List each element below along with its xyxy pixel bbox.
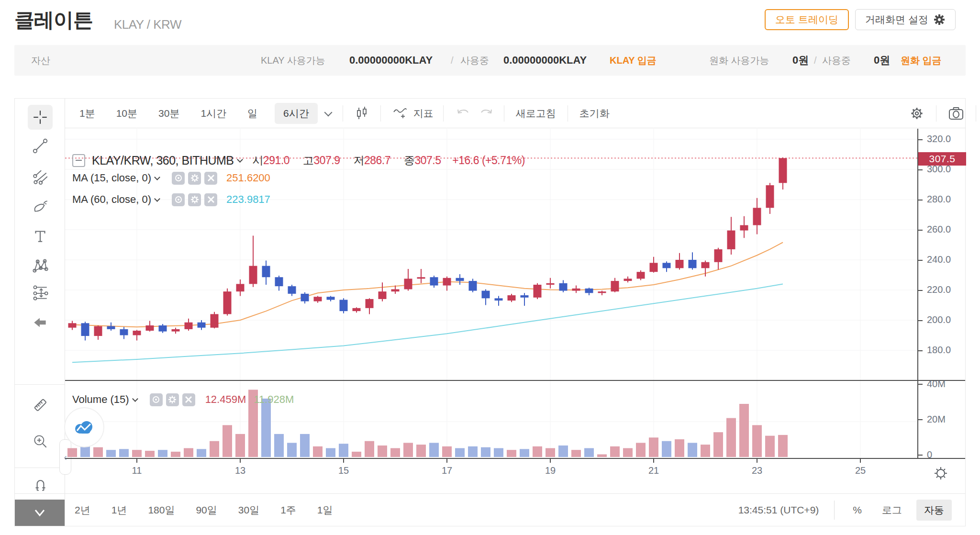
pair-label: KLAY / KRW bbox=[114, 17, 181, 32]
slash: / bbox=[451, 45, 454, 76]
auto-trading-button[interactable]: 오토 트레이딩 bbox=[765, 9, 849, 30]
auto-scale-button[interactable]: 자동 bbox=[916, 500, 952, 521]
range-button[interactable]: 1년 bbox=[111, 503, 127, 517]
asset-bar: 자산 KLAY 사용가능 0.00000000KLAY / 사용중 0.0000… bbox=[14, 45, 966, 76]
percent-scale-button[interactable]: % bbox=[853, 504, 862, 516]
time-axis-label: 23 bbox=[746, 465, 768, 476]
auto-trading-label: 오토 트레이딩 bbox=[775, 13, 838, 26]
gear-icon bbox=[933, 13, 946, 26]
range-button[interactable]: 180일 bbox=[148, 503, 175, 517]
time-axis-label: 25 bbox=[850, 465, 871, 476]
klay-available-label: KLAY 사용가능 bbox=[261, 45, 325, 76]
log-scale-button[interactable]: 로그 bbox=[882, 503, 902, 517]
krw-in-use-label: 사용중 bbox=[822, 45, 851, 76]
range-button[interactable]: 1주 bbox=[280, 503, 296, 517]
time-axis[interactable]: 1113151719212325 bbox=[15, 99, 966, 493]
page-title: 클레이튼 bbox=[14, 7, 93, 33]
chart-widget: ‹ 1분10분30분1시간일 6시간 지표 새로고침 초 bbox=[14, 98, 966, 526]
range-button[interactable]: 2년 bbox=[75, 503, 90, 517]
klay-deposit-link[interactable]: KLAY 입금 bbox=[610, 45, 657, 76]
krw-available-value: 0원 bbox=[792, 45, 809, 76]
clock-readout[interactable]: 13:45:51 (UTC+9) bbox=[738, 504, 819, 516]
time-axis-label: 21 bbox=[643, 465, 664, 476]
range-button[interactable]: 90일 bbox=[196, 503, 217, 517]
slash: / bbox=[814, 45, 817, 76]
time-axis-label: 17 bbox=[436, 465, 457, 476]
krw-deposit-link[interactable]: 원화 입금 bbox=[901, 45, 942, 76]
krw-in-use-value: 0원 bbox=[874, 45, 890, 76]
range-button[interactable]: 30일 bbox=[238, 503, 259, 517]
axis-settings-sun-icon[interactable] bbox=[931, 464, 950, 483]
asset-label: 자산 bbox=[31, 45, 50, 76]
time-axis-label: 11 bbox=[126, 465, 147, 476]
range-button[interactable]: 1일 bbox=[317, 503, 333, 517]
screen-settings-label: 거래화면 설정 bbox=[865, 13, 928, 26]
krw-available-label: 원화 사용가능 bbox=[709, 45, 769, 76]
time-axis-label: 13 bbox=[230, 465, 251, 476]
screen-settings-button[interactable]: 거래화면 설정 bbox=[855, 9, 956, 30]
klay-in-use-value: 0.00000000KLAY bbox=[503, 45, 587, 76]
time-axis-label: 15 bbox=[333, 465, 354, 476]
range-buttons: 2년1년180일90일30일1주1일 bbox=[75, 494, 333, 526]
klay-available-value: 0.00000000KLAY bbox=[349, 45, 433, 76]
range-bar: 2년1년180일90일30일1주1일 13:45:51 (UTC+9) % 로그… bbox=[15, 493, 965, 526]
time-axis-label: 19 bbox=[540, 465, 561, 476]
klay-in-use-label: 사용중 bbox=[460, 45, 489, 76]
